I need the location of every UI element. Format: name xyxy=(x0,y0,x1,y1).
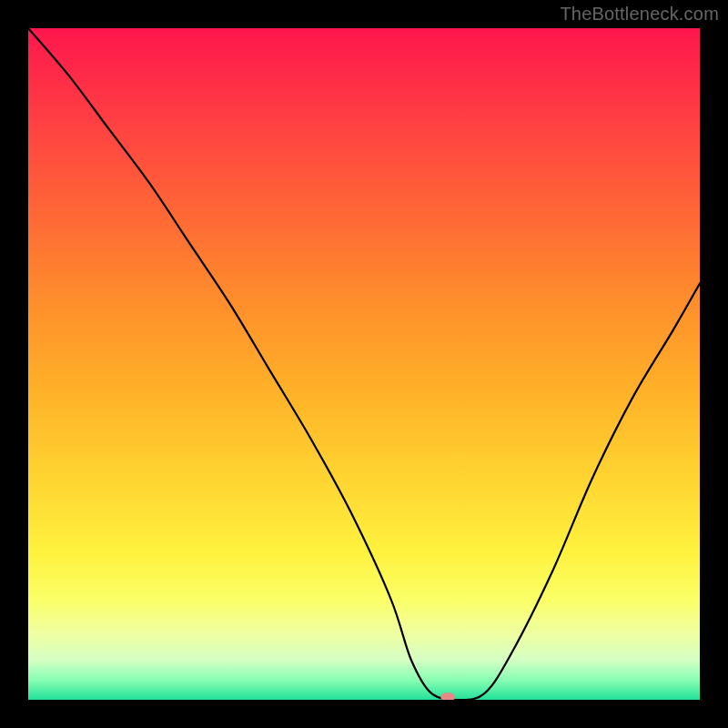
gradient-background xyxy=(28,28,700,700)
plot-area xyxy=(28,28,700,700)
bottleneck-plot xyxy=(28,28,700,700)
watermark-text: TheBottleneck.com xyxy=(560,4,719,25)
chart-frame: TheBottleneck.com xyxy=(0,0,728,728)
